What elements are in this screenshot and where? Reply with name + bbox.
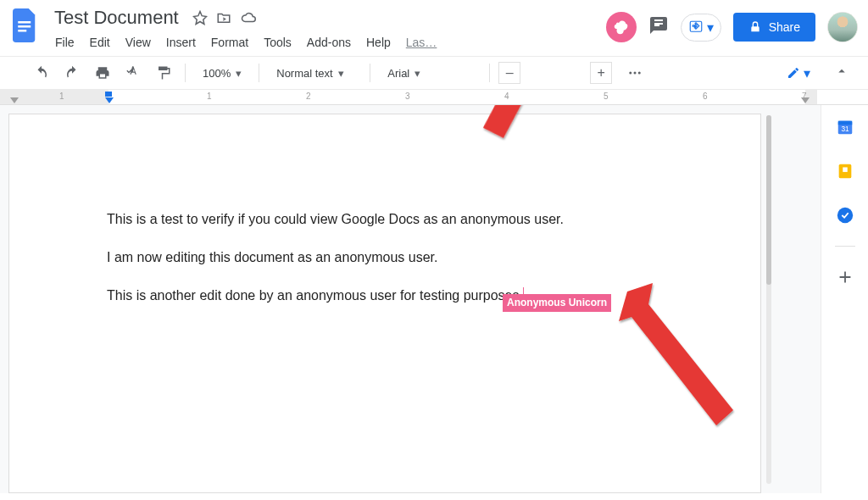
font-size-increase[interactable]: + bbox=[590, 62, 612, 84]
ruler-number: 3 bbox=[405, 92, 410, 101]
last-edit-link[interactable]: Las… bbox=[400, 32, 443, 53]
menu-addons[interactable]: Add-ons bbox=[301, 32, 357, 53]
menu-format[interactable]: Format bbox=[205, 32, 254, 53]
ruler-number: 2 bbox=[306, 92, 311, 101]
editing-mode-button[interactable]: ▾ bbox=[780, 63, 817, 84]
move-icon[interactable] bbox=[216, 10, 231, 25]
ruler-marker[interactable] bbox=[10, 97, 19, 103]
font-select[interactable]: Arial▾ bbox=[379, 64, 481, 83]
chevron-down-icon: ▾ bbox=[338, 67, 344, 80]
calendar-icon[interactable]: 31 bbox=[832, 114, 859, 141]
add-icon[interactable] bbox=[832, 264, 859, 291]
tasks-icon[interactable] bbox=[832, 202, 859, 229]
ruler-number: 1 bbox=[59, 92, 64, 101]
menu-help[interactable]: Help bbox=[360, 32, 397, 53]
docs-logo[interactable] bbox=[8, 5, 42, 46]
print-icon[interactable] bbox=[90, 62, 115, 84]
toolbar-separator bbox=[370, 64, 370, 82]
font-value: Arial bbox=[387, 67, 409, 80]
vertical-scrollbar[interactable] bbox=[766, 115, 771, 484]
svg-point-5 bbox=[638, 72, 641, 75]
document-page[interactable]: This is a test to verify if you could vi… bbox=[8, 114, 761, 493]
paint-format-icon[interactable] bbox=[151, 62, 176, 84]
share-button[interactable]: Share bbox=[733, 13, 815, 42]
side-panel: 31 bbox=[821, 105, 868, 493]
paragraph-text: This is another edit done by an anonymou… bbox=[107, 288, 523, 303]
menu-insert[interactable]: Insert bbox=[160, 32, 202, 53]
menu-tools[interactable]: Tools bbox=[258, 32, 298, 53]
menu-file[interactable]: File bbox=[49, 32, 81, 53]
svg-point-4 bbox=[634, 72, 637, 75]
svg-rect-2 bbox=[18, 30, 26, 32]
open-comments-icon[interactable] bbox=[648, 15, 669, 39]
more-icon[interactable] bbox=[622, 62, 648, 84]
ruler-number: 1 bbox=[207, 92, 212, 101]
redo-icon[interactable] bbox=[59, 62, 85, 84]
present-button[interactable]: ▾ bbox=[681, 14, 721, 42]
font-size-decrease[interactable]: – bbox=[498, 62, 520, 84]
chevron-down-icon: ▾ bbox=[236, 67, 242, 80]
toolbar-separator bbox=[185, 64, 186, 82]
svg-point-3 bbox=[630, 72, 632, 75]
menu-view[interactable]: View bbox=[120, 32, 157, 53]
ruler-marker[interactable] bbox=[801, 97, 810, 103]
menu-edit[interactable]: Edit bbox=[84, 32, 116, 53]
document-area[interactable]: This is a test to verify if you could vi… bbox=[0, 105, 821, 493]
paragraph[interactable]: I am now editing this document as an ano… bbox=[107, 247, 663, 267]
zoom-value: 100% bbox=[203, 67, 231, 80]
svg-rect-1 bbox=[18, 25, 31, 28]
svg-point-13 bbox=[837, 208, 852, 223]
cloud-icon[interactable] bbox=[240, 10, 257, 25]
document-title[interactable]: Test Document bbox=[49, 5, 184, 31]
style-value: Normal text bbox=[276, 67, 332, 80]
star-icon[interactable] bbox=[192, 10, 208, 25]
toolbar-separator bbox=[489, 64, 490, 82]
collaborator-label: Anonymous Unicorn bbox=[503, 294, 611, 312]
ruler-number: 4 bbox=[504, 92, 509, 101]
ruler-indent-marker[interactable] bbox=[105, 97, 114, 103]
anonymous-user-avatar[interactable] bbox=[606, 12, 637, 42]
account-avatar[interactable] bbox=[827, 12, 858, 42]
ruler-number: 6 bbox=[703, 92, 708, 101]
side-panel-divider bbox=[835, 246, 855, 247]
ruler-number: 5 bbox=[604, 92, 609, 101]
ruler-indent-marker[interactable] bbox=[105, 92, 112, 97]
chevron-down-icon: ▾ bbox=[707, 19, 714, 36]
chevron-down-icon: ▾ bbox=[804, 65, 810, 81]
svg-rect-12 bbox=[843, 167, 848, 172]
paragraph-style-select[interactable]: Normal text▾ bbox=[268, 64, 361, 83]
share-button-label: Share bbox=[769, 20, 800, 34]
spellcheck-icon[interactable] bbox=[120, 62, 146, 84]
zoom-select[interactable]: 100%▾ bbox=[194, 64, 250, 83]
chevron-down-icon: ▾ bbox=[415, 67, 420, 80]
svg-text:31: 31 bbox=[841, 125, 849, 133]
paragraph[interactable]: This is a test to verify if you could vi… bbox=[107, 209, 663, 229]
svg-rect-9 bbox=[837, 121, 852, 125]
keep-icon[interactable] bbox=[832, 158, 859, 185]
hide-menus-icon[interactable] bbox=[834, 64, 849, 82]
svg-rect-0 bbox=[18, 21, 31, 24]
undo-icon[interactable] bbox=[29, 62, 54, 84]
toolbar-separator bbox=[259, 64, 259, 82]
horizontal-ruler[interactable]: 1 1 2 3 4 5 6 7 bbox=[0, 90, 868, 105]
